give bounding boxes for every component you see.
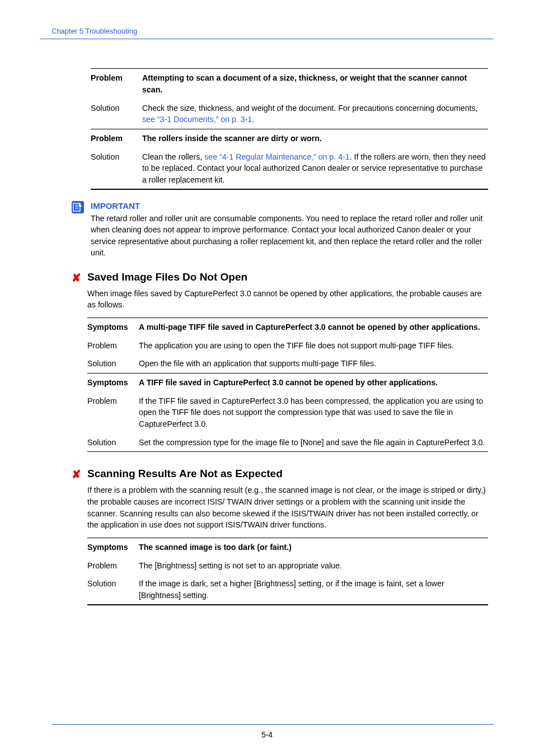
solution-label: Solution bbox=[91, 151, 142, 186]
doc-link-3-1[interactable]: see “3-1 Documents,” on p. 3-1 bbox=[142, 115, 252, 124]
problem-text: Attempting to scan a document of a size,… bbox=[142, 72, 488, 95]
important-icon bbox=[72, 201, 84, 213]
solution-label: Solution bbox=[87, 578, 139, 601]
problem-text: The application you are using to open th… bbox=[139, 340, 488, 352]
symptoms-text: The scanned image is too dark (or faint.… bbox=[139, 542, 488, 553]
solution-text: If the image is dark, set a higher [Brig… bbox=[139, 578, 488, 601]
problem-label: Problem bbox=[91, 72, 142, 95]
solution-label: Solution bbox=[91, 102, 142, 125]
problem-text: If the TIFF file saved in CapturePerfect… bbox=[139, 395, 488, 430]
solution-label: Solution bbox=[87, 437, 139, 449]
chapter-header: Chapter 5 Troubleshooting bbox=[51, 27, 494, 35]
divider bbox=[87, 604, 488, 605]
solution-label: Solution bbox=[87, 358, 139, 370]
header-rule bbox=[40, 39, 494, 39]
section-title-saved: Saved Image Files Do Not Open bbox=[87, 271, 247, 283]
symptoms-label: Symptoms bbox=[87, 321, 139, 333]
x-icon: ✘ bbox=[72, 468, 87, 481]
solution-text: Set the compression type for the image f… bbox=[139, 437, 488, 449]
symptoms-label: Symptoms bbox=[87, 542, 139, 553]
important-heading: IMPORTANT bbox=[91, 201, 488, 211]
solution-text: Open the file with an application that s… bbox=[139, 358, 488, 370]
solution-tail: . bbox=[252, 115, 254, 124]
solution-text: Check the size, thickness, and weight of… bbox=[142, 102, 488, 125]
section-intro: When image files saved by CapturePerfect… bbox=[87, 288, 488, 311]
problem-label: Problem bbox=[91, 133, 142, 144]
problem-label: Problem bbox=[87, 395, 139, 430]
divider bbox=[87, 451, 488, 452]
symptoms-label: Symptoms bbox=[87, 377, 139, 389]
divider bbox=[91, 189, 488, 189]
problem-text: The [Brightness] setting is not set to a… bbox=[139, 560, 488, 572]
symptoms-text: A TIFF file saved in CapturePerfect 3.0 … bbox=[139, 377, 488, 389]
solution-lead: Check the size, thickness, and weight of… bbox=[142, 104, 477, 113]
important-text: The retard roller and roller unit are co… bbox=[91, 213, 488, 259]
solution-lead: Clean the rollers, bbox=[142, 152, 204, 161]
section-intro: If there is a problem with the scanning … bbox=[87, 484, 488, 530]
problem-label: Problem bbox=[87, 340, 139, 352]
x-icon: ✘ bbox=[72, 271, 87, 284]
section-title-scanning: Scanning Results Are Not as Expected bbox=[87, 468, 283, 480]
symptoms-text: A multi-page TIFF file saved in CaptureP… bbox=[139, 321, 488, 333]
footer-rule bbox=[51, 724, 494, 725]
problem-label: Problem bbox=[87, 560, 139, 572]
solution-text: Clean the rollers, see “4-1 Regular Main… bbox=[142, 151, 488, 186]
doc-link-4-1[interactable]: see “4-1 Regular Maintenance,” on p. 4-1 bbox=[204, 152, 349, 161]
page-number: 5-4 bbox=[0, 730, 534, 739]
problem-text: The rollers inside the scanner are dirty… bbox=[142, 133, 488, 144]
